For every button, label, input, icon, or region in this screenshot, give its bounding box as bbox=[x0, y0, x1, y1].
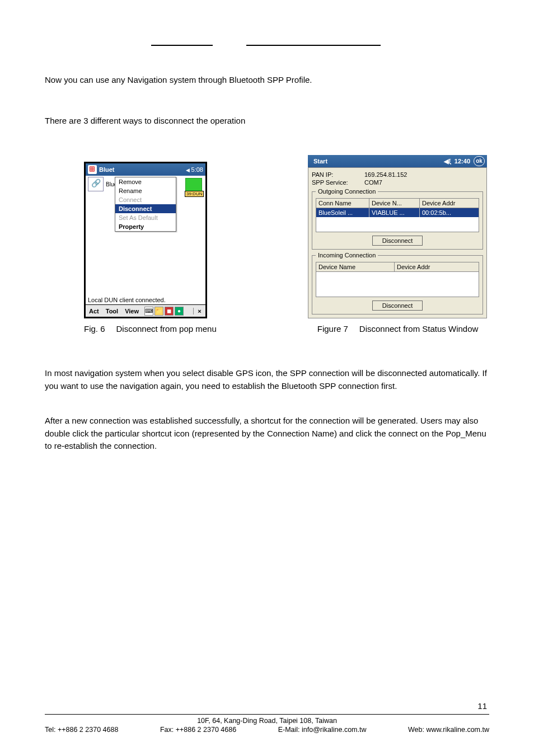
dun-service-icon[interactable]: 39:DUN bbox=[185, 178, 202, 196]
incoming-fieldset: Incoming Connection Device Name Device A… bbox=[312, 252, 483, 314]
menu-set-default: Set As Default bbox=[115, 213, 176, 222]
outgoing-header-row: Conn Name Device N... Device Addr bbox=[316, 199, 479, 208]
menu-property[interactable]: Property bbox=[115, 222, 176, 231]
status-window-fig7: Start ◀ξ 12:40 ok PAN IP: 169.254.81.152… bbox=[308, 155, 487, 318]
in-th-devname[interactable]: Device Name bbox=[316, 262, 395, 271]
footer-tel: Tel: ++886 2 2370 4688 bbox=[45, 726, 118, 734]
paragraph-3: In most navigation system when you selec… bbox=[45, 367, 489, 392]
outgoing-disconnect-button[interactable]: Disconnect bbox=[372, 236, 423, 246]
tray-icon-4[interactable]: ● bbox=[175, 307, 184, 316]
header-rules bbox=[151, 45, 489, 46]
out-th-devname[interactable]: Device N... bbox=[369, 199, 420, 208]
outgoing-row-1[interactable]: BlueSoleil ... VIABLUE ... 00:02:5b... bbox=[316, 208, 479, 217]
out-th-devaddr[interactable]: Device Addr bbox=[420, 199, 476, 208]
fig7-number: Figure 7 bbox=[317, 324, 348, 334]
menu-tool[interactable]: Tool bbox=[102, 308, 121, 314]
out-td-conn: BlueSoleil ... bbox=[316, 208, 369, 217]
titlebar-fig7: Start ◀ξ 12:40 ok bbox=[308, 155, 487, 167]
spp-row: SPP Service: COM7 bbox=[312, 179, 483, 186]
fig6-caption: Disconnect from pop menu bbox=[116, 324, 217, 334]
tray-icon-3[interactable]: ◼ bbox=[165, 307, 174, 316]
app-title-fig6: Bluet bbox=[99, 166, 184, 173]
tray-icons: ⌨ 📁 ◼ ● bbox=[144, 307, 184, 316]
incoming-legend: Incoming Connection bbox=[316, 252, 378, 259]
paragraph-1: Now you can use any Navigation system th… bbox=[45, 74, 489, 87]
pan-ip-value: 169.254.81.152 bbox=[364, 171, 407, 178]
windows-flag-icon bbox=[88, 165, 97, 174]
speaker-icon: ◀ξ bbox=[444, 158, 451, 165]
incoming-disconnect-button[interactable]: Disconnect bbox=[372, 300, 423, 311]
tray-icon-2[interactable]: 📁 bbox=[154, 307, 163, 316]
page-number: 11 bbox=[45, 701, 489, 711]
outgoing-table: Conn Name Device N... Device Addr BlueSo… bbox=[316, 198, 479, 232]
captions-row: Fig. 6 Disconnect from pop menu Figure 7… bbox=[84, 324, 489, 334]
ok-button[interactable]: ok bbox=[474, 156, 485, 166]
footer-rule bbox=[45, 714, 489, 715]
in-th-devaddr[interactable]: Device Addr bbox=[395, 262, 476, 271]
clock-fig6: 5:08 bbox=[186, 166, 203, 173]
incoming-table: Device Name Device Addr bbox=[316, 262, 479, 297]
paragraph-4: After a new connection was established s… bbox=[45, 415, 489, 453]
footer-contact-row: Tel: ++886 2 2370 4688 Fax: ++886 2 2370… bbox=[45, 726, 489, 734]
figure-7: Start ◀ξ 12:40 ok PAN IP: 169.254.81.152… bbox=[308, 155, 487, 318]
titlebar-fig6: Bluet 5:08 bbox=[86, 163, 205, 176]
page-footer: 11 10F, 64, Kang-Ding Road, Taipei 108, … bbox=[45, 701, 489, 734]
content-fig6: BlueSoleil 39:DUN Remove Rename Connect … bbox=[86, 176, 205, 304]
out-td-devname: VIABLUE ... bbox=[369, 208, 420, 217]
figures-row: Bluet 5:08 BlueSoleil 39:DUN Remove bbox=[84, 155, 489, 318]
caption-fig6: Fig. 6 Disconnect from pop menu bbox=[84, 324, 217, 334]
outgoing-fieldset: Outgoing Connection Conn Name Device N..… bbox=[312, 188, 483, 250]
menu-view[interactable]: View bbox=[121, 308, 142, 314]
incoming-header-row: Device Name Device Addr bbox=[316, 262, 479, 272]
footer-fax: Fax: ++886 2 2370 4686 bbox=[160, 726, 236, 734]
menu-connect: Connect bbox=[115, 195, 176, 204]
fig6-number: Fig. 6 bbox=[84, 324, 105, 334]
menu-act[interactable]: Act bbox=[86, 308, 102, 314]
spp-value: COM7 bbox=[364, 179, 382, 186]
footer-web: Web: www.rikaline.com.tw bbox=[408, 726, 489, 734]
pan-ip-label: PAN IP: bbox=[312, 171, 353, 178]
rule-short bbox=[151, 45, 213, 46]
clock-fig7: 12:40 bbox=[455, 158, 470, 165]
menu-remove[interactable]: Remove bbox=[115, 177, 176, 186]
dun-service-label: 39:DUN bbox=[185, 191, 204, 197]
menu-disconnect[interactable]: Disconnect bbox=[115, 204, 176, 213]
menu-rename[interactable]: Rename bbox=[115, 186, 176, 195]
close-button-fig6[interactable]: × bbox=[193, 308, 205, 314]
bottombar-fig6: Act Tool View ⌨ 📁 ◼ ● × bbox=[86, 304, 205, 317]
out-th-conn[interactable]: Conn Name bbox=[316, 199, 369, 208]
status-line-fig6: Local DUN client connected. bbox=[88, 297, 166, 303]
tray-icon-1[interactable]: ⌨ bbox=[144, 307, 153, 316]
context-menu: Remove Rename Connect Disconnect Set As … bbox=[115, 177, 176, 232]
caption-fig7: Figure 7 Disconnect from Status Window bbox=[317, 324, 479, 334]
panel-fig7: PAN IP: 169.254.81.152 SPP Service: COM7… bbox=[308, 167, 487, 318]
footer-address: 10F, 64, Kang-Ding Road, Taipei 108, Tai… bbox=[45, 717, 489, 725]
bluesoleil-shortcut-icon[interactable] bbox=[88, 177, 104, 191]
footer-email: E-Mail: info@rikaline.com.tw bbox=[278, 726, 367, 734]
rule-long bbox=[246, 45, 381, 46]
pan-ip-row: PAN IP: 169.254.81.152 bbox=[312, 171, 483, 178]
ppc-device-fig6: Bluet 5:08 BlueSoleil 39:DUN Remove bbox=[84, 162, 207, 318]
paragraph-2: There are 3 different ways to disconnect… bbox=[45, 115, 489, 128]
incoming-tbody-empty bbox=[316, 272, 479, 297]
out-td-devaddr: 00:02:5b... bbox=[420, 208, 476, 217]
spp-label: SPP Service: bbox=[312, 179, 353, 186]
figure-6: Bluet 5:08 BlueSoleil 39:DUN Remove bbox=[84, 162, 207, 318]
title-fig7: Start bbox=[313, 158, 441, 165]
outgoing-legend: Outgoing Connection bbox=[316, 188, 378, 195]
fig7-caption: Disconnect from Status Window bbox=[359, 324, 479, 334]
